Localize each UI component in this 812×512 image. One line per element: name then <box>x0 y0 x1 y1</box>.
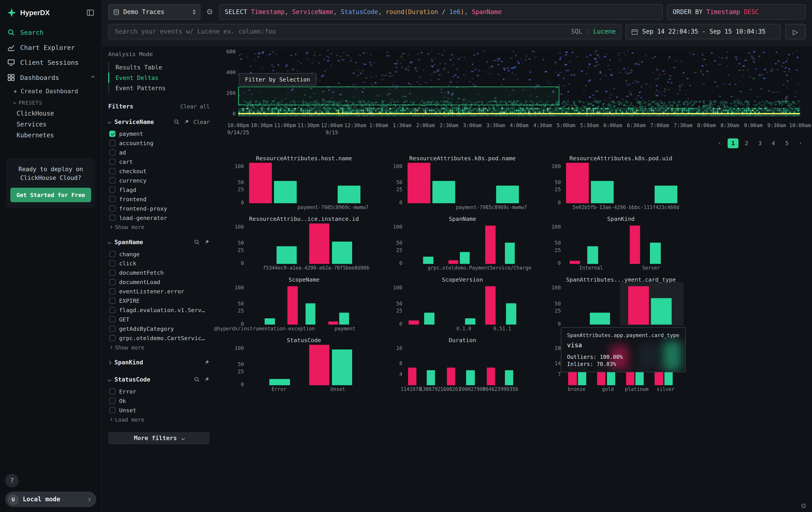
filter-clear-button[interactable]: Clear <box>194 119 210 125</box>
outlier-bar[interactable] <box>249 163 272 203</box>
source-settings-gear-icon[interactable]: ⚙ <box>205 7 215 17</box>
filter-option[interactable]: load-generator <box>108 213 210 222</box>
outlier-bar[interactable] <box>570 261 580 264</box>
outlier-bar[interactable] <box>328 321 339 325</box>
chart-plot[interactable] <box>563 163 684 203</box>
outlier-bar[interactable] <box>408 368 416 385</box>
filter-group-header[interactable]: StatusCode <box>108 374 210 385</box>
checkbox[interactable] <box>109 279 115 285</box>
settings-gear-icon[interactable]: ⚙ <box>801 502 807 510</box>
checkbox[interactable] <box>109 187 115 193</box>
outlier-bar[interactable] <box>630 225 640 264</box>
filter-group-header[interactable]: SpanName <box>108 237 210 247</box>
filter-option[interactable]: documentFetch <box>108 268 210 277</box>
outlier-bar[interactable] <box>485 225 496 264</box>
inlier-bar[interactable] <box>505 370 513 385</box>
checkbox[interactable] <box>109 270 115 276</box>
inlier-bar[interactable] <box>423 257 433 264</box>
sidebar-preset-services[interactable]: Services <box>0 119 102 130</box>
outlier-bar[interactable] <box>309 223 329 264</box>
show-more-button[interactable]: Load more <box>108 416 210 423</box>
checkbox[interactable] <box>109 335 115 341</box>
analysis-mode-event-patterns[interactable]: Event Patterns <box>108 83 210 93</box>
filter-option[interactable]: cart <box>108 157 210 166</box>
inlier-bar[interactable] <box>506 304 516 325</box>
outlier-bar[interactable] <box>485 286 496 325</box>
inlier-bar[interactable] <box>332 350 352 385</box>
inlier-bar[interactable] <box>651 298 672 325</box>
inlier-bar[interactable] <box>505 243 515 264</box>
outlier-bar[interactable] <box>287 286 297 325</box>
filter-option[interactable]: Ok <box>108 396 210 405</box>
pagination-page-4[interactable]: 4 <box>768 138 779 148</box>
inlier-bar[interactable] <box>460 252 470 264</box>
inlier-bar[interactable] <box>466 370 475 385</box>
show-more-button[interactable]: Show more <box>108 344 210 351</box>
outlier-bar[interactable] <box>487 368 495 385</box>
filter-option[interactable]: GET <box>108 315 210 324</box>
filter-option[interactable]: accounting <box>108 138 210 148</box>
chart-plot[interactable] <box>246 223 367 264</box>
checkbox[interactable] <box>109 316 115 323</box>
checkbox[interactable] <box>109 388 115 395</box>
heatmap-selection[interactable] <box>238 87 559 105</box>
sidebar-item-dashboards[interactable]: Dashboards <box>0 70 102 85</box>
analysis-mode-event-deltas[interactable]: Event Deltas <box>108 73 210 83</box>
chart-plot[interactable] <box>246 284 367 325</box>
filter-option[interactable]: flagd.evaluation.v1.Serv… <box>108 305 210 315</box>
checkbox[interactable] <box>109 251 115 257</box>
checkbox[interactable] <box>109 298 115 304</box>
sql-select-input[interactable]: SELECT Timestamp, ServiceName, StatusCod… <box>219 4 663 20</box>
filter-option[interactable]: EXPIRE <box>108 296 210 305</box>
inlier-bar[interactable] <box>265 319 275 325</box>
inlier-bar[interactable] <box>339 313 349 325</box>
filter-option[interactable]: frontend-proxy <box>108 204 210 213</box>
inlier-bar[interactable] <box>650 243 661 264</box>
chart-plot[interactable] <box>405 345 525 385</box>
checkbox[interactable] <box>109 196 115 202</box>
lang-lucene-toggle[interactable]: Lucene <box>593 28 616 35</box>
checkbox[interactable] <box>109 159 115 165</box>
inlier-bar[interactable] <box>338 185 360 203</box>
chart-plot[interactable] <box>246 163 367 203</box>
filter-option[interactable]: ad <box>108 148 210 157</box>
filter-option[interactable]: payment <box>108 129 210 138</box>
presets-toggle[interactable]: PRESETS <box>0 98 102 108</box>
filter-option[interactable]: Unset <box>108 405 210 415</box>
checkbox[interactable] <box>109 178 115 184</box>
search-icon[interactable] <box>194 376 200 383</box>
inlier-bar[interactable] <box>427 370 435 385</box>
clear-all-button[interactable]: Clear all <box>180 103 210 109</box>
search-icon[interactable] <box>194 239 200 245</box>
filter-option[interactable]: currency <box>108 176 210 185</box>
order-by-input[interactable]: ORDER BY Timestamp DESC <box>667 4 806 20</box>
pagination-page-1[interactable]: 1 <box>727 138 738 148</box>
pagination-page-5[interactable]: 5 <box>782 138 792 148</box>
filter-option[interactable]: change <box>108 249 210 259</box>
checkbox[interactable] <box>109 260 115 266</box>
checkbox[interactable] <box>109 326 115 332</box>
inlier-bar[interactable] <box>587 246 598 264</box>
pagination-page-2[interactable]: 2 <box>741 138 752 148</box>
filter-option[interactable]: frontend <box>108 194 210 204</box>
checkbox[interactable] <box>109 205 115 212</box>
sidebar-collapse-button[interactable] <box>86 8 94 16</box>
pin-icon[interactable] <box>203 359 210 366</box>
sidebar-preset-clickhouse[interactable]: ClickHouse <box>0 108 102 119</box>
filter-option[interactable]: grpc.oteldemo.CartServic… <box>108 333 210 343</box>
inlier-bar[interactable] <box>465 319 475 325</box>
sidebar-preset-kubernetes[interactable]: Kubernetes <box>0 130 102 140</box>
chart-plot[interactable] <box>246 345 367 385</box>
inlier-bar[interactable] <box>496 185 519 203</box>
filter-option[interactable]: eventListener.error <box>108 287 210 296</box>
outlier-bar[interactable] <box>628 286 649 325</box>
search-input[interactable] <box>114 27 571 36</box>
filter-option[interactable]: checkout <box>108 166 210 176</box>
filter-option[interactable]: getAdsByCategory <box>108 324 210 333</box>
get-started-button[interactable]: Get Started for Free <box>10 188 91 202</box>
filter-by-selection-button[interactable]: Filter by Selection <box>239 73 316 85</box>
filter-group-header[interactable]: SpanKind <box>108 357 210 368</box>
outlier-bar[interactable] <box>448 260 459 264</box>
checkbox[interactable] <box>109 140 115 146</box>
checkbox[interactable] <box>109 168 115 174</box>
